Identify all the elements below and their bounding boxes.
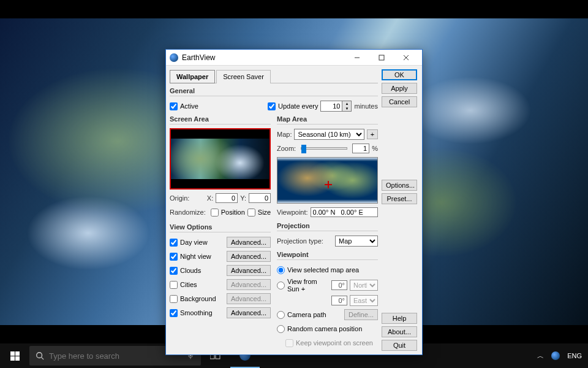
spin-down-icon[interactable]: ▼ bbox=[342, 106, 351, 111]
randomize-position-checkbox[interactable]: Position bbox=[211, 209, 245, 217]
options-button[interactable]: Options... bbox=[382, 180, 417, 191]
map-area-heading: Map Area bbox=[277, 115, 378, 123]
screen-area-heading: Screen Area bbox=[170, 115, 271, 123]
zoom-slider[interactable] bbox=[301, 147, 347, 150]
map-crosshair-icon bbox=[326, 183, 330, 186]
update-every-checkbox[interactable]: Update every bbox=[268, 102, 318, 110]
search-icon bbox=[36, 351, 44, 360]
maximize-button[interactable] bbox=[369, 50, 394, 66]
tab-wallpaper[interactable]: Wallpaper bbox=[170, 70, 215, 83]
smoothing-advanced-button[interactable]: Advanced... bbox=[227, 307, 271, 318]
randomize-size-checkbox[interactable]: Size bbox=[247, 209, 271, 217]
view-selected-area-radio[interactable]: View selected map area bbox=[277, 266, 359, 274]
sun-deg2-input bbox=[331, 296, 347, 305]
cities-checkbox[interactable]: Cities bbox=[170, 281, 197, 289]
cities-advanced-button: Advanced... bbox=[227, 279, 271, 290]
camera-path-radio[interactable]: Camera path bbox=[277, 311, 326, 319]
svg-line-5 bbox=[42, 358, 44, 360]
clouds-advanced-button[interactable]: Advanced... bbox=[227, 265, 271, 276]
projection-heading: Projection bbox=[277, 222, 378, 229]
help-button[interactable]: Help bbox=[382, 313, 417, 324]
cancel-button[interactable]: Cancel bbox=[382, 96, 417, 107]
origin-x-input[interactable] bbox=[216, 193, 238, 203]
night-view-checkbox[interactable]: Night view bbox=[170, 253, 211, 261]
map-add-button[interactable]: + bbox=[367, 129, 378, 139]
background-checkbox[interactable]: Background bbox=[170, 295, 216, 303]
view-from-sun-radio[interactable]: View from Sun + bbox=[277, 278, 326, 293]
origin-y-input[interactable] bbox=[249, 193, 271, 203]
smoothing-checkbox[interactable]: Smoothing bbox=[170, 309, 213, 317]
quit-button[interactable]: Quit bbox=[382, 340, 417, 351]
map-select[interactable]: Seasonal (10 km) bbox=[294, 129, 364, 140]
titlebar[interactable]: EarthView bbox=[166, 50, 422, 66]
sun-dir1-select: North bbox=[350, 280, 378, 291]
system-tray[interactable]: ︿ ENG bbox=[537, 351, 588, 361]
windows-icon bbox=[10, 351, 20, 361]
tray-globe-icon[interactable] bbox=[551, 351, 560, 360]
search-input[interactable] bbox=[49, 351, 181, 361]
tray-language[interactable]: ENG bbox=[567, 352, 582, 359]
start-button[interactable] bbox=[0, 343, 29, 368]
earthview-dialog: EarthView Wallpaper Screen Saver General… bbox=[165, 49, 423, 355]
random-camera-radio[interactable]: Random camera position bbox=[277, 325, 362, 333]
background-advanced-button: Advanced... bbox=[227, 293, 271, 304]
window-title: EarthView bbox=[182, 53, 345, 62]
svg-point-4 bbox=[37, 353, 42, 358]
clouds-checkbox[interactable]: Clouds bbox=[170, 267, 201, 275]
update-interval-input[interactable] bbox=[320, 101, 342, 112]
viewpoint-heading: Viewpoint bbox=[277, 251, 378, 258]
night-view-advanced-button[interactable]: Advanced... bbox=[227, 251, 271, 262]
about-button[interactable]: About... bbox=[382, 326, 417, 337]
day-view-checkbox[interactable]: Day view bbox=[170, 239, 208, 247]
preset-button[interactable]: Preset... bbox=[382, 193, 417, 204]
view-options-heading: View Options bbox=[170, 223, 271, 231]
map-preview[interactable] bbox=[277, 157, 378, 204]
app-icon bbox=[170, 53, 178, 62]
spin-up-icon[interactable]: ▲ bbox=[342, 101, 351, 106]
sun-deg1-input bbox=[331, 280, 347, 290]
keep-viewpoint-checkbox[interactable]: Keep viewpoint on screen bbox=[285, 339, 373, 347]
day-view-advanced-button[interactable]: Advanced... bbox=[227, 237, 271, 248]
projection-select[interactable]: Map bbox=[335, 236, 378, 247]
close-button[interactable] bbox=[394, 50, 418, 66]
define-button: Define... bbox=[344, 309, 378, 320]
general-heading: General bbox=[170, 87, 378, 94]
ok-button[interactable]: OK bbox=[382, 69, 417, 80]
viewpoint-coords-input[interactable] bbox=[311, 207, 378, 217]
screen-area-preview[interactable] bbox=[170, 128, 271, 190]
tray-chevron-icon[interactable]: ︿ bbox=[537, 351, 544, 361]
tab-strip: Wallpaper Screen Saver bbox=[170, 69, 378, 83]
active-checkbox[interactable]: Active bbox=[170, 102, 198, 110]
apply-button[interactable]: Apply bbox=[382, 83, 417, 94]
sun-dir2-select: East bbox=[350, 295, 378, 306]
svg-rect-1 bbox=[379, 55, 384, 60]
minimize-button[interactable] bbox=[345, 50, 369, 66]
tab-screensaver[interactable]: Screen Saver bbox=[216, 70, 271, 83]
update-interval-spinner[interactable]: ▲▼ bbox=[320, 101, 352, 112]
zoom-input[interactable] bbox=[352, 144, 369, 153]
